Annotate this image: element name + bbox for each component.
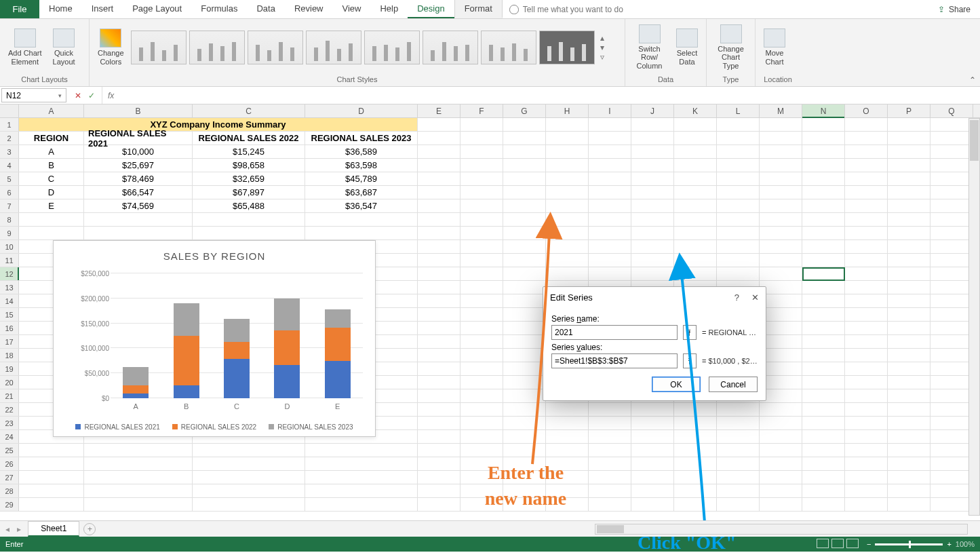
cell-C29[interactable] xyxy=(193,498,305,511)
cell-P6[interactable] xyxy=(888,186,930,199)
cell-N28[interactable] xyxy=(802,484,845,497)
cell-O17[interactable] xyxy=(845,335,888,348)
change-colors-button[interactable]: Change Colors xyxy=(94,26,128,68)
cell-P3[interactable] xyxy=(888,145,930,158)
cell-Q29[interactable] xyxy=(930,498,973,511)
rowhead-27[interactable]: 27 xyxy=(0,471,19,484)
cell-B7[interactable]: $74,569 xyxy=(84,199,193,212)
cell-N26[interactable] xyxy=(802,457,845,470)
cell-A8[interactable] xyxy=(19,213,84,226)
cell-P20[interactable] xyxy=(888,376,930,389)
cell-K5[interactable] xyxy=(674,172,717,185)
cell-P16[interactable] xyxy=(888,322,930,334)
cell-Q17[interactable] xyxy=(930,335,973,348)
cell-J12[interactable] xyxy=(631,267,674,280)
tab-help[interactable]: Help xyxy=(370,0,408,18)
rowhead-10[interactable]: 10 xyxy=(0,240,19,253)
cell-D6[interactable]: $63,687 xyxy=(305,186,418,199)
cell-K4[interactable] xyxy=(674,159,717,172)
cell-C9[interactable] xyxy=(193,227,305,239)
tab-view[interactable]: View xyxy=(333,0,371,18)
cell-N20[interactable] xyxy=(802,376,845,389)
cell-N7[interactable] xyxy=(802,199,845,212)
cell-P28[interactable] xyxy=(888,484,930,497)
cell-C27[interactable] xyxy=(193,471,305,484)
share-button[interactable]: ⇪ Share xyxy=(928,0,980,18)
cell-M4[interactable] xyxy=(760,159,802,172)
cell-F14[interactable] xyxy=(460,294,503,307)
cell-D7[interactable]: $36,547 xyxy=(305,199,418,212)
rowhead-20[interactable]: 20 xyxy=(0,376,19,389)
cell-P18[interactable] xyxy=(888,349,930,362)
cell-E2[interactable] xyxy=(418,132,460,145)
cell-F3[interactable] xyxy=(460,145,503,158)
cell-F2[interactable] xyxy=(460,132,503,145)
cell-F7[interactable] xyxy=(460,199,503,212)
horizontal-scrollbar[interactable] xyxy=(595,524,968,535)
cell-L3[interactable] xyxy=(717,145,760,158)
cell-N23[interactable] xyxy=(802,417,845,429)
cell-N12[interactable] xyxy=(802,267,845,280)
cell-K3[interactable] xyxy=(674,145,717,158)
cell-I2[interactable] xyxy=(589,132,631,145)
cell-O27[interactable] xyxy=(845,471,888,484)
cell-C5[interactable]: $32,659 xyxy=(193,172,305,185)
chart-style-7[interactable] xyxy=(481,31,536,64)
cell-O6[interactable] xyxy=(845,186,888,199)
cell-O2[interactable] xyxy=(845,132,888,145)
tab-data[interactable]: Data xyxy=(247,0,284,18)
cell-P27[interactable] xyxy=(888,471,930,484)
cell-D3[interactable]: $36,589 xyxy=(305,145,418,158)
new-sheet-button[interactable]: + xyxy=(83,523,96,535)
cell-C3[interactable]: $15,245 xyxy=(193,145,305,158)
cell-N21[interactable] xyxy=(802,389,845,402)
cell-M5[interactable] xyxy=(760,172,802,185)
cell-F11[interactable] xyxy=(460,254,503,267)
tell-me[interactable]: Tell me what you want to do xyxy=(503,0,630,18)
cell-L2[interactable] xyxy=(717,132,760,145)
cancel-formula-icon[interactable]: ✕ xyxy=(75,91,81,100)
cell-F5[interactable] xyxy=(460,172,503,185)
collapse-ribbon[interactable]: ⌃ xyxy=(969,75,976,85)
cell-Q6[interactable] xyxy=(930,186,973,199)
cell-A1[interactable]: XYZ Company Income Summary xyxy=(19,118,418,131)
rowhead-14[interactable]: 14 xyxy=(0,294,19,307)
cell-E20[interactable] xyxy=(418,376,460,389)
cell-F16[interactable] xyxy=(460,322,503,334)
cell-F4[interactable] xyxy=(460,159,503,172)
cell-H2[interactable] xyxy=(546,132,589,145)
zoom-in[interactable]: + xyxy=(947,540,951,548)
cell-O3[interactable] xyxy=(845,145,888,158)
cell-Q11[interactable] xyxy=(930,254,973,267)
colhead-J[interactable]: J xyxy=(631,104,674,117)
cell-P22[interactable] xyxy=(888,403,930,416)
cell-A7[interactable]: E xyxy=(19,199,84,212)
cell-I1[interactable] xyxy=(589,118,631,131)
rowhead-22[interactable]: 22 xyxy=(0,403,19,416)
cell-Q23[interactable] xyxy=(930,417,973,429)
cell-F12[interactable] xyxy=(460,267,503,280)
cell-C28[interactable] xyxy=(193,484,305,497)
cell-Q13[interactable] xyxy=(930,281,973,294)
cell-F18[interactable] xyxy=(460,349,503,362)
cell-D28[interactable] xyxy=(305,484,418,497)
cell-J3[interactable] xyxy=(631,145,674,158)
chart-style-4[interactable] xyxy=(306,31,361,64)
cell-Q27[interactable] xyxy=(930,471,973,484)
cell-P14[interactable] xyxy=(888,294,930,307)
colhead-N[interactable]: N xyxy=(802,104,845,117)
cell-O15[interactable] xyxy=(845,308,888,321)
cell-G2[interactable] xyxy=(503,132,546,145)
cell-E1[interactable] xyxy=(418,118,460,131)
cell-G5[interactable] xyxy=(503,172,546,185)
cell-E8[interactable] xyxy=(418,213,460,226)
cell-D4[interactable]: $63,598 xyxy=(305,159,418,172)
worksheet-grid[interactable]: A B C D E F G H I J K L M N O P Q 1XYZ C… xyxy=(0,104,980,520)
cell-A6[interactable]: D xyxy=(19,186,84,199)
tab-formulas[interactable]: Formulas xyxy=(191,0,247,18)
cell-L5[interactable] xyxy=(717,172,760,185)
cell-E15[interactable] xyxy=(418,308,460,321)
enter-formula-icon[interactable]: ✓ xyxy=(88,91,95,100)
cell-M27[interactable] xyxy=(760,471,802,484)
cell-N18[interactable] xyxy=(802,349,845,362)
